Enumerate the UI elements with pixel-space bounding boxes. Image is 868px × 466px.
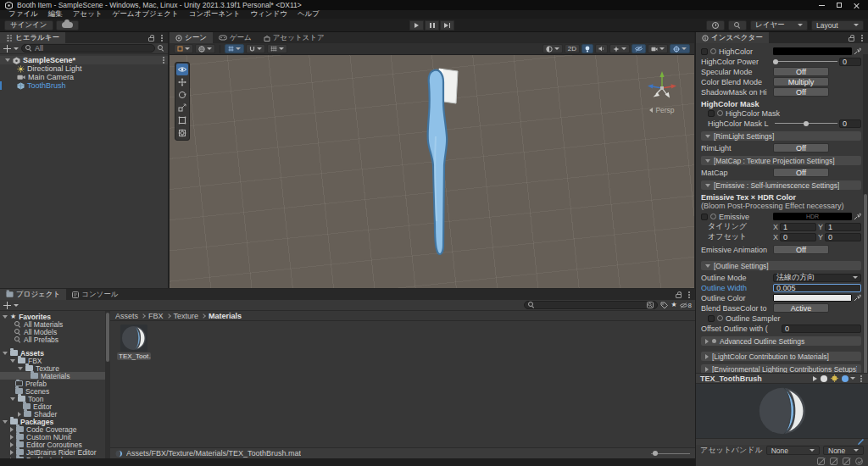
audio-toggle-button[interactable] <box>595 44 608 53</box>
assetbundle-dropdown[interactable]: None <box>766 446 820 455</box>
lighting-toggle-button[interactable] <box>581 44 593 53</box>
lightcolor-section-foldout[interactable]: [LightColor Contribution to Materials] <box>701 352 861 361</box>
thumbnail-size-slider[interactable] <box>651 450 690 458</box>
eyedropper-icon[interactable] <box>854 213 861 220</box>
shadowmask-button[interactable]: Off <box>773 87 829 97</box>
matcap-button[interactable]: Off <box>773 168 829 177</box>
snap-settings-button[interactable] <box>225 44 244 53</box>
move-tool-button[interactable] <box>176 76 188 88</box>
scale-tool-button[interactable] <box>176 102 188 114</box>
tool-handle-rotation-button[interactable] <box>195 44 215 53</box>
cloud-button[interactable] <box>56 20 79 31</box>
tab-scene[interactable]: シーン <box>170 32 213 43</box>
tree-item-toon[interactable]: Toon <box>0 395 105 402</box>
breadcrumb-materials[interactable]: Materials <box>209 312 242 320</box>
texture-slot-icon[interactable] <box>717 315 723 321</box>
highcolor-power-slider[interactable] <box>773 58 837 65</box>
highcolor-mask-level-slider[interactable] <box>775 119 837 127</box>
scrollbar-thumb[interactable] <box>106 313 109 362</box>
emissive-animation-button[interactable]: Off <box>773 245 829 254</box>
transform-tool-button[interactable] <box>176 127 188 139</box>
outline-mode-dropdown[interactable]: 法線の方向 <box>773 274 861 282</box>
search-everything-button[interactable] <box>728 20 747 31</box>
offset-outline-field[interactable]: 0 <box>782 325 861 333</box>
view-tool-button[interactable] <box>176 64 188 75</box>
advanced-outline-foldout[interactable]: Advanced Outline Settings <box>701 336 861 346</box>
tab-project[interactable]: プロジェクト <box>0 289 66 300</box>
grid-visibility-button[interactable] <box>267 44 287 53</box>
asset-grid[interactable]: TEX_Toot… <box>110 321 695 447</box>
step-button[interactable] <box>440 20 454 31</box>
no-lighting-icon[interactable] <box>817 458 825 465</box>
highcolor-checkbox[interactable] <box>701 48 708 55</box>
grid-snapping-button[interactable] <box>246 44 265 53</box>
minimize-button[interactable] <box>819 5 825 6</box>
create-dropdown-icon[interactable] <box>14 304 19 307</box>
2d-toggle-button[interactable]: 2D <box>565 44 580 53</box>
lock-icon[interactable] <box>849 37 854 42</box>
layout-dropdown[interactable]: Layout <box>811 20 864 31</box>
tab-console[interactable]: コンソール <box>66 289 124 300</box>
undo-history-button[interactable] <box>706 20 725 31</box>
tab-asset-store[interactable]: アセットストア <box>258 32 331 43</box>
preview-shape-icon[interactable] <box>821 375 827 382</box>
validate-icon[interactable] <box>855 458 863 465</box>
sign-in-button[interactable]: サインイン <box>4 20 53 31</box>
assetbundle-variant-dropdown[interactable]: None <box>823 446 864 455</box>
emissive-checkbox[interactable] <box>701 214 708 220</box>
create-dropdown-icon[interactable] <box>14 47 19 50</box>
perspective-label[interactable]: Persp <box>642 106 682 114</box>
panel-menu-icon[interactable] <box>688 294 690 296</box>
tree-item-all-prefabs[interactable]: All Prefabs <box>0 336 105 343</box>
hierarchy-item-scene[interactable]: SampleScene* <box>0 56 168 64</box>
tool-handle-pivot-button[interactable] <box>174 44 193 53</box>
rect-tool-button[interactable] <box>176 114 188 126</box>
panel-menu-icon[interactable] <box>861 37 863 39</box>
close-button[interactable] <box>854 3 860 8</box>
highcolor-power-value[interactable]: 0 <box>839 58 861 66</box>
no-shadow-icon[interactable] <box>843 458 850 465</box>
scene-menu-icon[interactable] <box>163 59 164 61</box>
texture-slot-icon[interactable] <box>710 214 716 219</box>
hierarchy-item-directional-light[interactable]: Directional Light <box>0 64 168 73</box>
inspector-scrollbar[interactable] <box>863 54 868 373</box>
maximize-button[interactable] <box>837 3 842 8</box>
texture-slot-icon[interactable] <box>717 110 723 116</box>
lock-icon[interactable] <box>676 294 682 298</box>
scene-visibility-button[interactable] <box>632 44 646 53</box>
asset-tex-toothbrush[interactable]: TEX_Toot… <box>117 325 151 360</box>
foldout-open-icon[interactable] <box>5 58 10 62</box>
emissive-section-foldout[interactable]: [Emissive : Self-luminescence Settings] <box>701 180 861 190</box>
favorites-filter-icon[interactable]: ★ <box>670 302 676 308</box>
orientation-gizmo[interactable]: Persp <box>642 65 682 114</box>
scene-viewport[interactable]: Persp <box>170 55 694 288</box>
pause-button[interactable] <box>425 20 439 31</box>
camera-settings-button[interactable] <box>648 44 668 53</box>
tab-hierarchy[interactable]: ヒエラルキー <box>0 32 65 43</box>
breadcrumb-assets[interactable]: Assets <box>115 312 138 320</box>
shading-mode-button[interactable] <box>542 44 563 53</box>
search-by-label-icon[interactable] <box>660 302 668 309</box>
search-by-type-icon[interactable] <box>647 302 654 308</box>
rotate-tool-button[interactable] <box>176 89 188 101</box>
toothbrush-model[interactable] <box>383 60 493 268</box>
emissive-hdr-color-field[interactable]: HDR <box>773 213 852 220</box>
highcolor-color-field[interactable] <box>773 47 852 55</box>
outline-color-field[interactable] <box>773 294 852 302</box>
preview-menu-icon[interactable] <box>860 378 862 380</box>
project-search-input[interactable] <box>524 301 658 309</box>
texture-slot-icon[interactable] <box>710 48 716 54</box>
no-reflection-icon[interactable] <box>830 458 837 465</box>
offset-y-field[interactable]: 0 <box>825 233 861 241</box>
hierarchy-search-input[interactable]: All <box>21 44 155 53</box>
tree-item-assets[interactable]: Assets <box>0 349 105 357</box>
hierarchy-item-toothbrush[interactable]: ToothBrush <box>0 81 168 90</box>
create-button[interactable] <box>3 45 11 53</box>
specular-mode-button[interactable]: Off <box>773 67 829 76</box>
tree-item-materials[interactable]: Materials <box>0 372 105 380</box>
panel-menu-icon[interactable] <box>161 37 163 39</box>
breadcrumb-texture[interactable]: Texture <box>174 312 199 320</box>
highcolor-mask-checkbox[interactable] <box>708 110 715 117</box>
project-tree-scrollbar[interactable] <box>105 311 110 458</box>
layers-dropdown[interactable]: レイヤー <box>750 20 808 31</box>
